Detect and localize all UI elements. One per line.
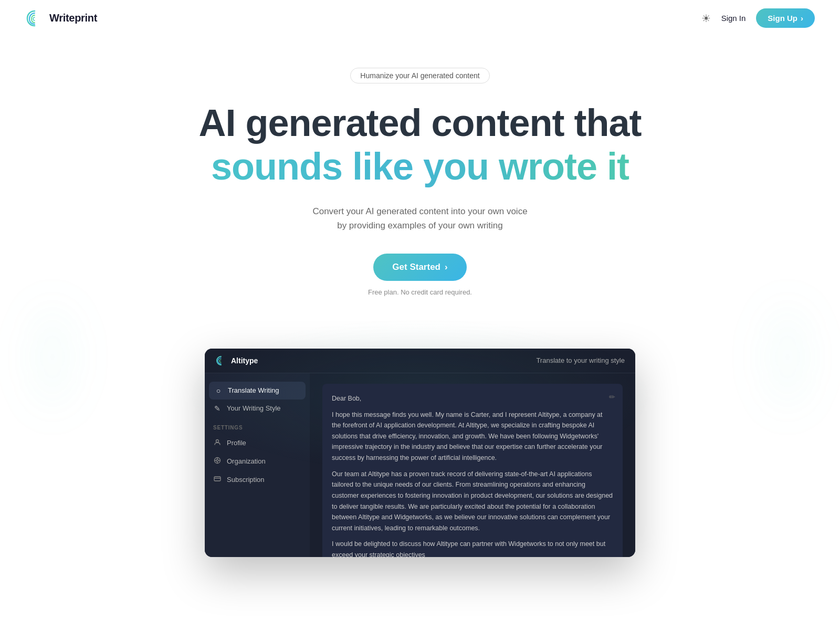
hero-subtitle-line1: Convert your AI generated content into y… [312, 206, 527, 216]
theme-toggle-button[interactable]: ☀ [701, 12, 711, 25]
hero-title: AI generated content that sounds like yo… [10, 102, 830, 190]
sidebar-profile-label: Profile [227, 439, 246, 447]
email1-paragraph-1: I hope this message finds you well. My n… [332, 410, 613, 464]
sign-up-label: Sign Up [768, 14, 797, 23]
hero-subtitle-line2: by providing examples of your own writin… [337, 220, 503, 230]
app-header-subtitle: Translate to your writing style [536, 356, 625, 364]
sidebar-writing-style-label: Your Writing Style [227, 404, 281, 412]
email1-greeting: Dear Bob, [332, 393, 613, 404]
sidebar-settings-label: SETTINGS [205, 417, 310, 434]
theme-icon: ☀ [701, 12, 711, 25]
app-main: ✏ Dear Bob, I hope this message finds yo… [310, 373, 635, 557]
svg-rect-7 [214, 477, 220, 481]
sidebar-item-profile[interactable]: Profile [205, 434, 310, 452]
sign-up-arrow-icon: › [801, 14, 803, 23]
app-brand-name: Altitype [231, 356, 258, 365]
cta-area: Get Started › Free plan. No credit card … [10, 254, 830, 296]
profile-icon [213, 438, 222, 447]
sidebar-translate-writing-label: Translate Writing [228, 386, 279, 394]
get-started-label: Get Started [392, 262, 440, 272]
sidebar-item-subscription[interactable]: Subscription [205, 470, 310, 489]
translate-writing-icon: ○ [214, 386, 223, 395]
get-started-arrow-icon: › [445, 262, 448, 272]
hero-title-line2: sounds like you wrote it [10, 144, 830, 189]
logo: Writeprint [25, 9, 97, 28]
svg-point-2 [216, 459, 218, 461]
app-body: ○ Translate Writing ✎ Your Writing Style… [205, 373, 635, 557]
organization-icon [213, 457, 222, 466]
sign-in-button[interactable]: Sign In [721, 14, 746, 23]
logo-text: Writeprint [49, 12, 97, 24]
sidebar-item-translate-writing[interactable]: ○ Translate Writing [209, 382, 306, 400]
sidebar-item-your-writing-style[interactable]: ✎ Your Writing Style [205, 400, 310, 417]
hero-section: Humanize your AI generated content AI ge… [0, 36, 840, 317]
email-block-1: ✏ Dear Bob, I hope this message finds yo… [322, 384, 623, 557]
edit-icon: ✏ [609, 391, 615, 403]
subscription-icon [213, 475, 222, 484]
app-preview: Altitype Translate to your writing style… [205, 349, 635, 557]
app-sidebar: ○ Translate Writing ✎ Your Writing Style… [205, 373, 310, 557]
logo-icon [25, 9, 44, 28]
writing-style-icon: ✎ [213, 404, 222, 413]
nav-actions: ☀ Sign In Sign Up › [701, 8, 815, 28]
email1-paragraph-3: I would be delighted to discuss how Alti… [332, 539, 613, 557]
sign-up-button[interactable]: Sign Up › [756, 8, 815, 28]
cta-note: Free plan. No credit card required. [368, 288, 472, 296]
sidebar-subscription-label: Subscription [227, 476, 265, 484]
sidebar-organization-label: Organization [227, 457, 266, 465]
app-header: Altitype Translate to your writing style [205, 349, 635, 373]
email1-paragraph-2: Our team at Altitype has a proven track … [332, 469, 613, 534]
app-brand: Altitype [215, 355, 258, 366]
hero-subtitle: Convert your AI generated content into y… [10, 204, 830, 233]
svg-point-0 [216, 439, 219, 442]
app-preview-wrapper: Altitype Translate to your writing style… [0, 349, 840, 557]
app-brand-icon [215, 355, 227, 366]
hero-title-line1: AI generated content that [198, 102, 641, 144]
get-started-button[interactable]: Get Started › [373, 254, 466, 281]
navbar: Writeprint ☀ Sign In Sign Up › [0, 0, 840, 36]
sidebar-item-organization[interactable]: Organization [205, 452, 310, 470]
hero-badge: Humanize your AI generated content [350, 68, 489, 83]
